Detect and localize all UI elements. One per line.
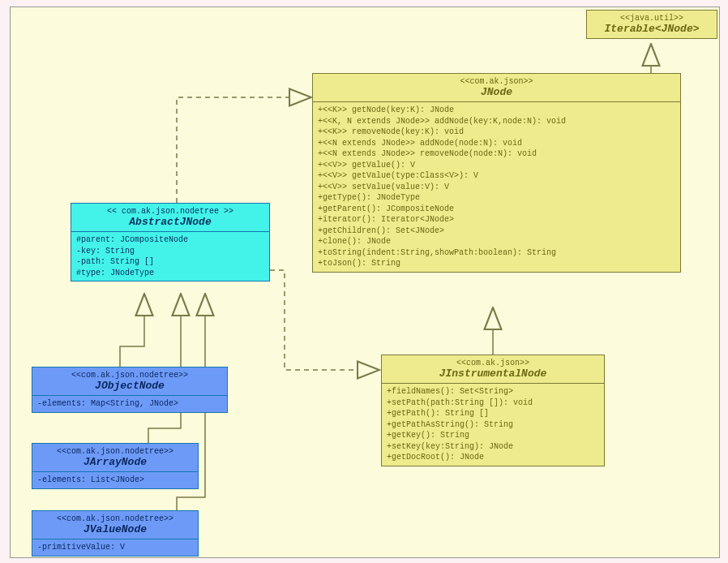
stereotype: <<com.ak.json.nodetree>> — [37, 514, 193, 523]
class-name: JValueNode — [37, 523, 193, 535]
attributes: -elements: List<JNode> — [32, 472, 198, 488]
class-iterable: <<java.util>> Iterable<JNode> — [586, 10, 717, 39]
class-name: JObjectNode — [37, 380, 222, 392]
stereotype: <<java.util>> — [592, 14, 712, 23]
attributes: -elements: Map<String, JNode> — [32, 396, 227, 412]
stereotype: <<com.ak.json>> — [318, 77, 675, 86]
attributes: #parent: JCompositeNode -key: String -pa… — [71, 232, 269, 281]
class-jvaluenode: <<com.ak.json.nodetree>> JValueNode -pri… — [32, 510, 199, 557]
diagram-canvas: <<java.util>> Iterable<JNode> <<com.ak.j… — [10, 6, 720, 558]
class-name: JNode — [318, 86, 675, 98]
methods: +<<K>> getNode(key:K): JNode +<<K, N ext… — [313, 102, 680, 272]
class-jarraynode: <<com.ak.json.nodetree>> JArrayNode -ele… — [32, 443, 199, 489]
attributes: -primitiveValue: V — [32, 539, 198, 556]
class-name: JArrayNode — [37, 456, 193, 468]
class-jinstrumentalnode: <<com.ak.json>> JInstrumentalNode +field… — [381, 355, 605, 466]
stereotype: << com.ak.json.nodetree >> — [76, 207, 264, 216]
methods: +fieldNames(): Set<String> +setPath(path… — [382, 384, 604, 466]
class-name: Iterable<JNode> — [592, 23, 712, 35]
class-name: JInstrumentalNode — [387, 367, 599, 380]
class-name: AbstractJNode — [76, 216, 264, 228]
stereotype: <<com.ak.json.nodetree>> — [37, 371, 222, 380]
class-abstractjnode: << com.ak.json.nodetree >> AbstractJNode… — [71, 203, 270, 282]
class-jobjectnode: <<com.ak.json.nodetree>> JObjectNode -el… — [32, 367, 228, 413]
stereotype: <<com.ak.json>> — [387, 359, 599, 367]
stereotype: <<com.ak.json.nodetree>> — [37, 447, 193, 456]
class-jnode: <<com.ak.json>> JNode +<<K>> getNode(key… — [312, 73, 681, 273]
